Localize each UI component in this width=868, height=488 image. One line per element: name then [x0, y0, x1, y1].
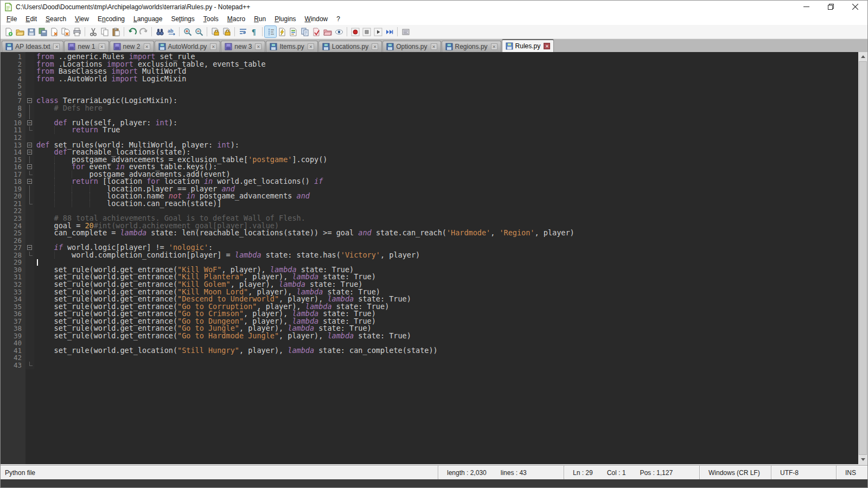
code-line[interactable]: 11 return True: [1, 126, 858, 134]
fold-collapse-icon[interactable]: −: [25, 178, 34, 185]
tab-close-icon[interactable]: ✕: [99, 43, 105, 50]
word-wrap-icon[interactable]: [237, 26, 248, 37]
tab-locations-py[interactable]: Locations.py✕: [318, 41, 382, 52]
status-encoding[interactable]: UTF-8: [771, 466, 836, 479]
code-line[interactable]: 8 # Defs here: [1, 105, 858, 112]
tab-ap-ideas-txt[interactable]: AP Ideas.txt✕: [2, 41, 63, 52]
print-icon[interactable]: [71, 26, 82, 37]
replace-icon[interactable]: ab: [165, 26, 177, 37]
menu-view[interactable]: View: [71, 14, 93, 24]
editor-pane[interactable]: 1from ..generic.Rules import set_rule2fr…: [1, 52, 867, 465]
macro-record-icon[interactable]: [349, 26, 361, 37]
code-line[interactable]: 25 can_complete = lambda state: len(reac…: [1, 229, 858, 237]
document-list-icon[interactable]: [299, 26, 310, 37]
menu-settings[interactable]: Settings: [167, 14, 199, 24]
menu-plugins[interactable]: Plugins: [270, 14, 300, 24]
fold-collapse-icon[interactable]: −: [25, 119, 34, 127]
code-line[interactable]: 42: [1, 354, 858, 362]
function-list-icon[interactable]: [276, 26, 288, 37]
macro-stop-icon[interactable]: [361, 26, 372, 37]
new-file-icon[interactable]: [3, 26, 14, 37]
tab-close-icon[interactable]: ✕: [210, 43, 216, 50]
tab-options-py[interactable]: Options.py✕: [382, 41, 441, 52]
tab-close-icon[interactable]: ✕: [53, 43, 60, 50]
fold-collapse-icon[interactable]: −: [25, 142, 34, 149]
tab-rules-py[interactable]: Rules.py✕: [502, 39, 554, 52]
menu-search[interactable]: Search: [41, 14, 71, 24]
tab-new-2[interactable]: new 2✕: [110, 41, 154, 52]
close-all-icon[interactable]: [60, 26, 71, 37]
close-file-icon[interactable]: [48, 26, 60, 37]
tab-items-py[interactable]: Items.py✕: [266, 41, 317, 52]
macro-run-multiple-icon[interactable]: [384, 26, 395, 37]
tab-close-icon[interactable]: ✕: [491, 43, 497, 50]
vertical-scrollbar[interactable]: [858, 52, 867, 464]
tab-close-icon[interactable]: ✕: [431, 43, 437, 50]
tab-close-icon[interactable]: ✕: [544, 43, 550, 49]
redo-icon[interactable]: [138, 26, 149, 37]
macro-play-icon[interactable]: [372, 26, 384, 37]
sync-vertical-icon[interactable]: [209, 26, 221, 37]
tab-close-icon[interactable]: ✕: [308, 43, 314, 50]
code-line[interactable]: 41 set_rule(world.get_location("Still Hu…: [1, 347, 858, 355]
minimize-button[interactable]: [794, 1, 819, 13]
scrollbar-thumb[interactable]: [859, 61, 867, 455]
menu-edit[interactable]: Edit: [21, 14, 41, 24]
scroll-up-arrow-icon[interactable]: [858, 52, 867, 61]
menu-file[interactable]: File: [2, 14, 21, 24]
code-line[interactable]: 39 set_rule(world.get_entrance("Go to Ha…: [1, 332, 858, 340]
open-file-icon[interactable]: [14, 26, 25, 37]
code-line[interactable]: 4from ..AutoWorld import LogicMixin: [1, 75, 858, 83]
code-line[interactable]: 5: [1, 82, 858, 90]
tab-autoworld-py[interactable]: AutoWorld.py✕: [155, 41, 221, 52]
code-line[interactable]: 28 world.completion_condition[player] = …: [1, 252, 858, 259]
undo-icon[interactable]: [126, 26, 138, 37]
tab-close-icon[interactable]: ✕: [255, 43, 261, 50]
toolbar-separator: [207, 27, 207, 36]
menu-language[interactable]: Language: [129, 14, 167, 24]
tab-new-1[interactable]: new 1✕: [64, 41, 108, 52]
sync-horizontal-icon[interactable]: [221, 26, 232, 37]
fold-margin: [25, 171, 34, 178]
monitoring-icon[interactable]: [333, 26, 344, 37]
fold-collapse-icon[interactable]: −: [25, 163, 34, 171]
fold-collapse-icon[interactable]: −: [25, 149, 34, 156]
indent-guide-icon[interactable]: [265, 26, 276, 37]
customize-toolbar-icon[interactable]: [400, 26, 411, 37]
show-all-characters-icon[interactable]: ¶: [248, 26, 260, 37]
line-number: 20: [1, 192, 25, 200]
zoom-in-icon[interactable]: [182, 26, 193, 37]
scroll-down-arrow-icon[interactable]: [858, 455, 867, 464]
cut-icon[interactable]: [87, 26, 99, 37]
document-map-icon[interactable]: [288, 26, 299, 37]
code-line[interactable]: 43: [1, 362, 858, 369]
tab-close-icon[interactable]: ✕: [372, 43, 378, 50]
menu-encoding[interactable]: Encoding: [93, 14, 129, 24]
tab-regions-py[interactable]: Regions.py✕: [442, 41, 501, 52]
menu-tools[interactable]: Tools: [199, 14, 223, 24]
close-button[interactable]: [843, 1, 867, 13]
tab-close-icon[interactable]: ✕: [144, 43, 150, 50]
save-all-icon[interactable]: [37, 26, 48, 37]
document-switcher-icon[interactable]: [310, 26, 322, 37]
fold-collapse-icon[interactable]: −: [25, 97, 34, 105]
menu-macro[interactable]: Macro: [223, 14, 250, 24]
code-line[interactable]: 21 location.can_reach(state)]: [1, 200, 858, 208]
restore-button[interactable]: [819, 1, 843, 13]
find-icon[interactable]: [154, 26, 165, 37]
toolbar-separator: [397, 27, 398, 36]
status-insert-mode[interactable]: INS: [836, 466, 867, 479]
save-file-icon[interactable]: [25, 26, 37, 37]
zoom-out-icon[interactable]: [193, 26, 205, 37]
tab-new-3[interactable]: new 3✕: [221, 41, 265, 52]
status-eol-format[interactable]: Windows (CR LF): [699, 466, 771, 479]
code-line[interactable]: 10− def rule(self, player: int):: [1, 119, 858, 127]
copy-icon[interactable]: [99, 26, 110, 37]
menu-[interactable]: ?: [332, 14, 344, 24]
menu-run[interactable]: Run: [250, 14, 270, 24]
fold-collapse-icon[interactable]: −: [25, 244, 34, 252]
folder-as-workspace-icon[interactable]: [322, 26, 333, 37]
paste-icon[interactable]: [110, 26, 122, 37]
menu-window[interactable]: Window: [301, 14, 333, 24]
code-line[interactable]: 7−class TerrariaLogic(LogicMixin):: [1, 97, 858, 105]
